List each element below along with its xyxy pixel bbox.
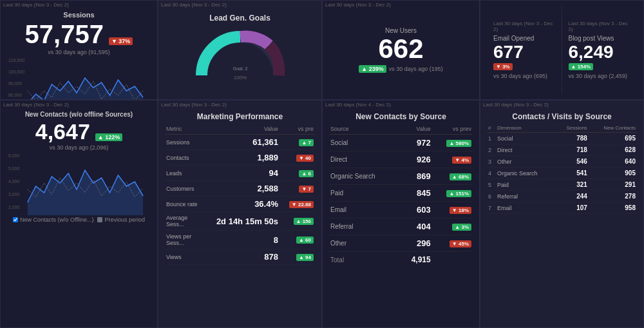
cv-row: 3 Other 546 640 [487, 156, 637, 168]
mp-metric-vs: ▲ 6 [279, 166, 315, 181]
new-users-badge: ▲ 239% [359, 65, 386, 73]
mp-metric-vs: ▼ 40 [279, 150, 315, 166]
ncs-row: Paid 845 ▲ 151% [329, 185, 473, 202]
mp-metric-value: 2d 14h 15m 50s [200, 212, 279, 231]
ncs-row: Social 972 ▲ 580% [329, 135, 473, 151]
mp-row: Average Sess... 2d 14h 15m 50s ▲ 156 [165, 212, 315, 231]
sessions-vs-text: vs 30 days ago (91,595) [7, 49, 151, 55]
mp-title: Marketing Performance [165, 112, 315, 121]
mp-metric-name: Leads [165, 166, 200, 181]
email-opened-panel: Last 30 days (Nov 3 - Dec 2) Email Opene… [487, 6, 562, 94]
svg-text:90,000: 90,000 [8, 81, 22, 86]
nc-chart-vs: vs 30 days ago (2,096) [7, 144, 151, 151]
mp-metric-value: 2,588 [200, 181, 279, 197]
mp-metric-vs: ▼ 7 [279, 181, 315, 197]
mp-row: Customers 2,588 ▼ 7 [165, 181, 315, 197]
cv-title: Contacts / Visits by Source [487, 112, 637, 121]
ncs-source-vs: ▲ 580% [432, 135, 473, 151]
cv-row: 1 Social 788 695 [487, 133, 637, 144]
lead-gen-title: Lead Gen. Goals [209, 14, 270, 23]
cv-row: 5 Paid 321 291 [487, 179, 637, 191]
ncs-source-vs: ▼ 4% [432, 151, 473, 168]
mp-col-value: Value [200, 124, 279, 135]
blog-vs: vs 30 days ago (2,459) [569, 73, 628, 79]
blog-value: 6,249 [569, 43, 614, 61]
new-contacts-source-table: Source Value vs prev Social 972 ▲ 580% D… [329, 124, 473, 267]
mp-metric-value: 61,361 [200, 135, 279, 150]
svg-text:5,000: 5,000 [8, 166, 19, 171]
cv-row-dimension: Email [496, 202, 556, 214]
cv-row-sessions: 541 [556, 168, 589, 179]
ncs-source-value: 926 [399, 151, 432, 168]
cv-row-sessions: 244 [556, 191, 589, 202]
cv-row-num: 6 [487, 191, 496, 202]
cv-row-contacts: 958 [589, 202, 637, 214]
sessions-change-badge: ▼ 37% [109, 37, 133, 45]
blog-views-panel: Last 30 days (Nov 3 - Dec 2) Blog post V… [562, 6, 638, 94]
mp-col-vs: vs pre [279, 124, 315, 135]
blog-date-label: Last 30 days (Nov 3 - Dec 2) [569, 21, 631, 32]
new-contacts-chart-panel: Last 30 days (Nov 3 - Dec 2) New Contact… [0, 100, 158, 328]
mp-metric-value: 36.4% [200, 197, 279, 212]
ncs-col-source: Source [329, 124, 399, 135]
ncs-total-label: Total [329, 252, 399, 268]
mp-row: Bounce rate 36.4% ▼ 22.88 [165, 197, 315, 212]
ncs-row: Other 296 ▼ 45% [329, 235, 473, 252]
sessions-date-label: Last 30 days (Nov 3 - Dec 2) [3, 2, 69, 8]
contacts-visits-table: # Dimension Sessions New Contacts 1 Soci… [487, 124, 637, 214]
nc-legend-checkbox[interactable] [13, 217, 18, 222]
ncs-total-vs [432, 252, 473, 268]
cv-row-sessions: 788 [556, 133, 589, 144]
mp-metric-name: Average Sess... [165, 212, 200, 231]
cv-row-dimension: Organic Search [496, 168, 556, 179]
cv-col-num: # [487, 124, 496, 133]
svg-text:3,000: 3,000 [8, 192, 19, 197]
new-users-vs: vs 30 days ago (195) [389, 66, 443, 72]
ncs-source-name: Other [329, 235, 399, 252]
cv-row: 7 Email 107 958 [487, 202, 637, 214]
lead-gen-panel: Last 30 days (Nov 3 - Dec 2) Lead Gen. G… [158, 0, 322, 100]
svg-text:80,000: 80,000 [8, 93, 22, 97]
svg-text:1,000: 1,000 [8, 215, 19, 215]
nc-legend-current: New Contacts (w/o Offline...) [13, 217, 93, 223]
ncs-date-label: Last 30 days (Nov 4 - Dec 2) [325, 102, 391, 108]
cv-row-num: 7 [487, 202, 496, 214]
svg-marker-6 [28, 78, 143, 100]
ncs-source-vs: ▼ 45% [432, 235, 473, 252]
mp-metric-name: Bounce rate [165, 197, 200, 212]
nc-chart-area: 6,000 5,000 4,000 3,000 2,000 1,000 Nov … [7, 151, 151, 215]
ncs-source-name: Organic Search [329, 168, 399, 185]
svg-text:4,000: 4,000 [8, 179, 19, 184]
svg-text:6,000: 6,000 [8, 153, 19, 158]
mp-metric-vs: ▲ 156 [279, 212, 315, 231]
mp-metric-value: 1,889 [200, 150, 279, 166]
mp-metric-name: Sessions [165, 135, 200, 150]
cv-row: 6 Referral 244 278 [487, 191, 637, 202]
mp-metric-name: Contacts [165, 150, 200, 166]
mp-metric-vs: ▲ 60 [279, 231, 315, 249]
svg-text:2,000: 2,000 [8, 205, 19, 209]
mp-row: Contacts 1,889 ▼ 40 [165, 150, 315, 166]
cv-row-dimension: Paid [496, 179, 556, 191]
cv-row-contacts: 291 [589, 179, 637, 191]
cv-row: 4 Organic Search 541 905 [487, 168, 637, 179]
nc-legend-prev: Previous period [97, 217, 145, 223]
mp-row: Leads 94 ▲ 6 [165, 166, 315, 181]
ncs-total-row: Total 4,915 [329, 252, 473, 268]
cv-row-num: 5 [487, 179, 496, 191]
ncs-source-name: Referral [329, 218, 399, 235]
email-badge: ▼ 3% [493, 63, 513, 70]
lead-gen-gauge: 100% Goal: 2 [189, 24, 292, 82]
email-value: 677 [493, 43, 524, 61]
cv-row-num: 2 [487, 144, 496, 156]
mp-row: Views per Sess... 8 ▲ 60 [165, 231, 315, 249]
new-users-panel: Last 30 days (Nov 3 - Dec 2) New Users 6… [322, 0, 480, 100]
mp-row: Views 878 ▲ 94 [165, 249, 315, 265]
cv-row-contacts: 695 [589, 133, 637, 144]
cv-row-contacts: 278 [589, 191, 637, 202]
ncs-source-vs: ▲ 151% [432, 185, 473, 202]
cv-row-sessions: 718 [556, 144, 589, 156]
nc-chart-badge: ▲ 122% [95, 133, 122, 141]
cv-col-dim: Dimension [496, 124, 556, 133]
lead-gen-date-label: Last 30 days (Nov 3 - Dec 2) [161, 2, 227, 8]
